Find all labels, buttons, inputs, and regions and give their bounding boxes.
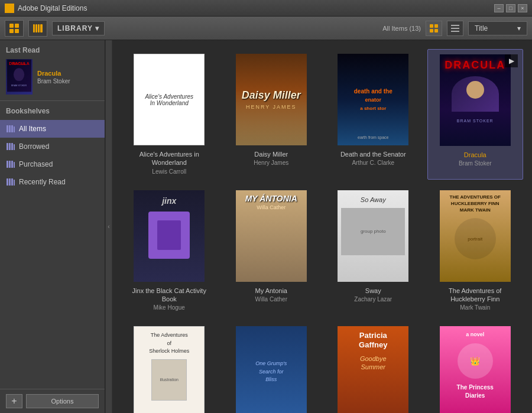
book-death[interactable]: death and theenatora short stor earth fr… — [325, 49, 421, 180]
book-title-dracula: Dracula — [464, 151, 486, 159]
svg-rect-3 — [10, 9, 14, 12]
book-cover-sherlock: The AdventuresofSherlock Holmes illustra… — [134, 326, 205, 413]
svg-rect-7 — [15, 29, 19, 33]
all-items-label: All Items — [19, 125, 46, 133]
app-icon — [5, 4, 14, 13]
book-author-antonia: Willa Cather — [255, 296, 287, 303]
book-cover-jinx: jinx — [134, 190, 205, 282]
svg-rect-38 — [14, 180, 15, 186]
book-title-death: Death and the Senator — [340, 150, 406, 158]
window-controls: – □ × — [494, 4, 527, 12]
book-jinx[interactable]: jinx Jinx the Black Cat Activity Book Mi… — [121, 186, 218, 316]
svg-rect-34 — [14, 162, 15, 168]
book-title-huck: The Adventures of Huckleberry Finn — [437, 287, 514, 304]
book-cover-dracula: DRACULA BRAM STOKER — [440, 54, 511, 146]
book-cover-death: death and theenatora short stor earth fr… — [338, 54, 408, 145]
svg-rect-1 — [10, 5, 14, 8]
book-goodbye[interactable]: PatriciaGaffney GoodbyeSummer The Goodby… — [325, 321, 421, 413]
book-daisy[interactable]: Daisy Miller HENRY JAMES Daisy Miller He… — [223, 49, 320, 180]
options-button[interactable]: Options — [26, 394, 99, 408]
svg-rect-4 — [9, 24, 14, 28]
last-read-heading: Last Read — [6, 46, 99, 54]
recently-read-label: Recently Read — [19, 178, 66, 186]
svg-rect-30 — [14, 144, 15, 150]
all-items-icon — [6, 124, 15, 134]
svg-rect-10 — [38, 24, 40, 32]
sidebar-item-all-items[interactable]: All Items — [0, 120, 105, 138]
book-grid-container[interactable]: Alice's Adventures In Wonderland Alice's… — [112, 40, 532, 413]
last-read-book-title: Dracula — [37, 70, 99, 77]
svg-rect-37 — [11, 178, 13, 186]
main-content: Last Read DRACULA BRAM STOKER — [0, 40, 532, 413]
close-button[interactable]: × — [518, 4, 527, 12]
book-author-jinx: Mike Hogue — [154, 304, 185, 311]
bookshelves-heading: Bookshelves — [0, 107, 105, 120]
book-author-alice: Lewis Carroll — [152, 168, 186, 175]
purchased-label: Purchased — [19, 160, 53, 168]
sort-label: Title — [475, 24, 488, 32]
grid-view-toggle[interactable] — [426, 21, 442, 36]
svg-rect-15 — [434, 29, 438, 32]
book-cover-daisy: Daisy Miller HENRY JAMES — [236, 54, 307, 145]
sidebar-collapse-handle[interactable]: ‹ — [105, 40, 112, 413]
book-huck[interactable]: THE ADVENTURES OFHUCKLEBERRY FINNMARK TW… — [427, 186, 524, 316]
items-count: All Items (13) — [382, 25, 421, 32]
svg-rect-36 — [9, 178, 11, 186]
last-read-item[interactable]: DRACULA BRAM STOKER Dracula Bram Stoker — [6, 59, 99, 95]
sidebar-item-borrowed[interactable]: Borrowed — [0, 138, 105, 155]
last-read-author: Bram Stoker — [37, 78, 99, 84]
bookshelves-section: Bookshelves All Items — [0, 101, 105, 389]
borrowed-label: Borrowed — [19, 142, 49, 151]
book-author-dracula: Bram Stoker — [459, 160, 492, 167]
list-view-toggle[interactable] — [447, 21, 463, 36]
library-dropdown[interactable]: LIBRARY ▾ — [52, 21, 105, 35]
svg-rect-31 — [7, 161, 8, 168]
book-title-daisy: Daisy Miller — [254, 150, 288, 158]
svg-rect-24 — [9, 125, 11, 132]
svg-rect-18 — [451, 31, 459, 32]
svg-rect-11 — [40, 24, 43, 32]
svg-rect-35 — [7, 178, 8, 186]
sidebar-bottom: + Options — [0, 389, 105, 413]
book-bliss[interactable]: One Grump'sSearch forBliss The Geography… — [223, 321, 320, 413]
svg-rect-33 — [11, 161, 13, 168]
book-sway[interactable]: So Away group photo Sway Zachary Lazar — [325, 186, 421, 316]
svg-rect-25 — [11, 125, 13, 132]
svg-rect-29 — [11, 143, 13, 150]
sidebar-item-recently-read[interactable]: Recently Read — [0, 173, 105, 191]
svg-rect-14 — [430, 29, 433, 32]
add-button[interactable]: + — [6, 394, 22, 408]
book-grid: Alice's Adventures In Wonderland Alice's… — [112, 40, 532, 413]
svg-text:DRACULA: DRACULA — [12, 63, 26, 66]
last-read-section: Last Read DRACULA BRAM STOKER — [0, 40, 105, 101]
book-sherlock[interactable]: The AdventuresofSherlock Holmes illustra… — [121, 321, 218, 413]
book-cover-huck: THE ADVENTURES OFHUCKLEBERRY FINNMARK TW… — [440, 190, 511, 282]
grid-view-button[interactable] — [5, 20, 24, 37]
app-title: Adobe Digital Editions — [18, 4, 87, 12]
book-title-antonia: My Antonia — [255, 287, 287, 295]
sort-dropdown[interactable]: Title ▾ — [468, 21, 527, 35]
book-cover-bliss: One Grump'sSearch forBliss — [236, 326, 307, 413]
svg-rect-6 — [9, 29, 14, 33]
svg-rect-5 — [15, 24, 19, 28]
book-alice[interactable]: Alice's Adventures In Wonderland Alice's… — [121, 49, 218, 180]
book-author-death: Arthur C. Clarke — [352, 160, 394, 166]
sidebar: Last Read DRACULA BRAM STOKER — [0, 40, 105, 413]
purchased-icon — [6, 160, 15, 169]
svg-rect-9 — [35, 24, 37, 32]
minimize-button[interactable]: – — [494, 4, 504, 12]
svg-text:BRAM STOKER: BRAM STOKER — [11, 84, 27, 87]
bookshelf-view-button[interactable] — [28, 20, 47, 37]
sidebar-item-purchased[interactable]: Purchased — [0, 155, 105, 173]
book-cover-goodbye: PatriciaGaffney GoodbyeSummer — [338, 326, 408, 413]
book-antonia[interactable]: MY ÁNTONIA Willa Cather My Antonia Willa… — [223, 186, 320, 316]
book-author-sway: Zachary Lazar — [354, 296, 392, 303]
svg-rect-32 — [9, 161, 11, 168]
svg-point-21 — [14, 68, 24, 81]
book-princess[interactable]: a novel 👑 The PrincessDiaries The Prince… — [427, 321, 524, 413]
svg-rect-2 — [5, 9, 9, 12]
book-title-jinx: Jinx the Black Cat Activity Book — [131, 287, 207, 304]
book-dracula[interactable]: ▶ DRACULA BRAM STOKER Dracula Bram Stoke… — [427, 49, 524, 180]
maximize-button[interactable]: □ — [506, 4, 515, 12]
toolbar: LIBRARY ▾ All Items (13) Title ▾ — [0, 17, 532, 40]
